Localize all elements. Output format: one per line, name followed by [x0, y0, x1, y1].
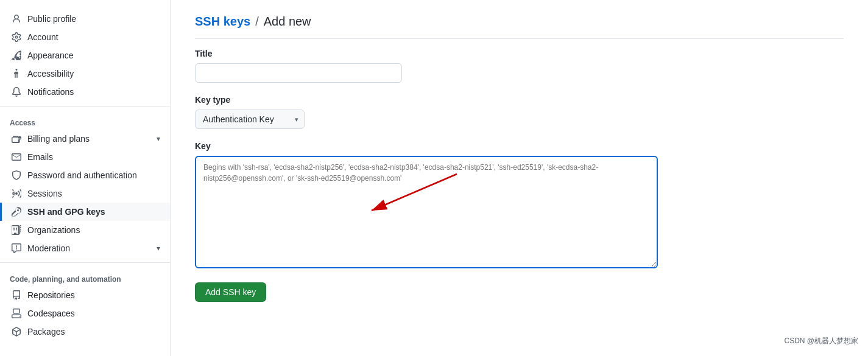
sidebar-item-label: Moderation	[27, 243, 70, 253]
breadcrumb-separator: /	[255, 15, 259, 29]
sidebar-item-repositories[interactable]: Repositories	[0, 286, 170, 304]
billing-icon	[12, 134, 21, 144]
chevron-down-icon: ▾	[157, 134, 160, 143]
title-input[interactable]	[195, 63, 402, 83]
sidebar-item-appearance[interactable]: Appearance	[0, 46, 170, 65]
page-header: SSH keys / Add new	[195, 15, 844, 39]
sidebar-item-label: Account	[27, 32, 58, 42]
chevron-down-icon: ▾	[157, 244, 160, 253]
sidebar-divider-2	[0, 262, 170, 263]
packages-icon	[12, 327, 21, 337]
sidebar-item-accessibility[interactable]: Accessibility	[0, 65, 170, 83]
sidebar-item-label: Sessions	[27, 189, 62, 198]
sidebar-item-label: SSH and GPG keys	[27, 207, 105, 217]
sidebar-item-label: Notifications	[27, 87, 74, 97]
bell-icon	[12, 87, 21, 97]
sidebar-item-label: Packages	[27, 327, 65, 337]
title-label: Title	[195, 49, 844, 58]
sidebar-item-password-auth[interactable]: Password and authentication	[0, 166, 170, 184]
key-field-group: Key	[195, 141, 844, 270]
submit-group: Add SSH key	[195, 282, 844, 302]
email-icon	[12, 152, 21, 162]
repo-icon	[12, 290, 21, 300]
sidebar-item-moderation[interactable]: Moderation ▾	[0, 239, 170, 257]
watermark: CSDN @机器人梦想家	[784, 336, 858, 346]
sidebar-item-label: Emails	[27, 152, 53, 162]
ssh-keys-breadcrumb-link[interactable]: SSH keys	[195, 15, 250, 29]
page-title: Add new	[264, 15, 311, 29]
sidebar-item-label: Organizations	[27, 225, 80, 235]
key-type-label: Key type	[195, 95, 844, 105]
sidebar: Public profile Account Appearance Access…	[0, 0, 171, 356]
sidebar-item-label: Accessibility	[27, 69, 74, 79]
paint-icon	[12, 51, 21, 60]
sidebar-item-ssh-gpg[interactable]: SSH and GPG keys	[0, 203, 170, 221]
sidebar-item-packages[interactable]: Packages	[0, 323, 170, 341]
key-type-select-wrapper: Authentication Key Signing Key ▾	[195, 110, 305, 129]
sidebar-divider	[0, 106, 170, 106]
moderation-icon	[12, 243, 21, 253]
sidebar-item-billing[interactable]: Billing and plans ▾	[0, 130, 170, 148]
org-icon	[12, 225, 21, 235]
add-ssh-key-button[interactable]: Add SSH key	[195, 282, 266, 302]
key-icon	[12, 207, 21, 217]
sidebar-item-emails[interactable]: Emails	[0, 148, 170, 166]
sidebar-item-label: Password and authentication	[27, 170, 137, 180]
sidebar-item-account[interactable]: Account	[0, 28, 170, 46]
sidebar-item-organizations[interactable]: Organizations	[0, 221, 170, 239]
key-textarea[interactable]	[195, 156, 658, 268]
sidebar-item-codespaces[interactable]: Codespaces	[0, 304, 170, 323]
sidebar-item-label: Codespaces	[27, 309, 75, 318]
key-textarea-container	[195, 156, 658, 270]
sidebar-item-notifications[interactable]: Notifications	[0, 83, 170, 101]
shield-icon	[12, 170, 21, 180]
access-section-label: Access	[0, 111, 170, 130]
sidebar-item-label: Appearance	[27, 51, 74, 60]
key-type-select[interactable]: Authentication Key Signing Key	[195, 110, 305, 129]
accessibility-icon	[12, 69, 21, 79]
codespaces-icon	[12, 309, 21, 318]
sidebar-item-label: Public profile	[27, 14, 76, 24]
title-field-group: Title	[195, 49, 844, 83]
sidebar-item-sessions[interactable]: Sessions	[0, 184, 170, 203]
sidebar-item-public-profile[interactable]: Public profile	[0, 10, 170, 28]
code-section-label: Code, planning, and automation	[0, 268, 170, 286]
person-icon	[12, 14, 21, 24]
gear-icon	[12, 32, 21, 42]
broadcast-icon	[12, 189, 21, 198]
sidebar-item-label: Repositories	[27, 290, 75, 300]
main-content: SSH keys / Add new Title Key type Authen…	[171, 0, 868, 356]
sidebar-item-label: Billing and plans	[27, 134, 90, 144]
key-label: Key	[195, 141, 844, 151]
key-type-field-group: Key type Authentication Key Signing Key …	[195, 95, 844, 129]
